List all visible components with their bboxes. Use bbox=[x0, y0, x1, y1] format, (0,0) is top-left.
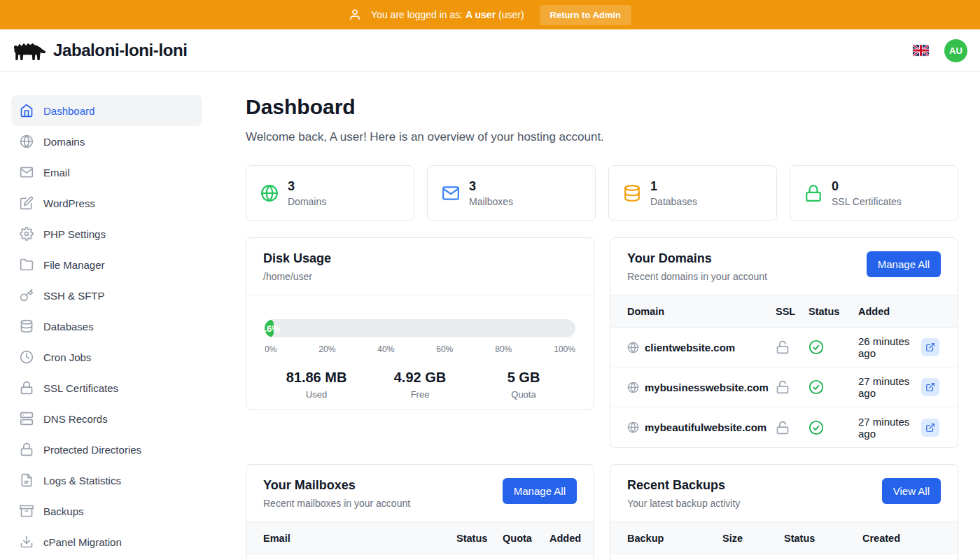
status-active-icon bbox=[808, 379, 858, 395]
disk-stat-quota: 5 GBQuota bbox=[472, 370, 575, 400]
scale-tick: 40% bbox=[377, 344, 394, 354]
archive-icon bbox=[20, 504, 34, 518]
server-icon bbox=[20, 412, 34, 426]
brand-name: Jabaloni-loni-loni bbox=[53, 41, 187, 60]
column-header-added: Added bbox=[550, 533, 581, 544]
domain-added: 27 minutes ago bbox=[858, 416, 921, 440]
status-active-icon bbox=[808, 420, 858, 435]
stat-value: 1 bbox=[650, 179, 697, 195]
page-title: Dashboard bbox=[246, 95, 958, 119]
stat-card-ssl-certificates: 0SSL Certificates bbox=[790, 165, 958, 221]
domains-table-header: DomainSSLStatusAdded bbox=[610, 295, 958, 328]
scale-tick: 100% bbox=[554, 344, 575, 354]
disk-stat-free: 4.92 GBFree bbox=[368, 370, 472, 400]
sidebar-item-file-manager[interactable]: File Manager bbox=[11, 249, 202, 280]
key-icon bbox=[20, 288, 34, 302]
open-domain-button[interactable] bbox=[921, 338, 939, 356]
your-mailboxes-card: Your Mailboxes Recent mailboxes in your … bbox=[246, 464, 594, 560]
column-header-status: Status bbox=[784, 533, 862, 544]
column-header-backup: Backup bbox=[627, 533, 722, 544]
column-header-size: Size bbox=[722, 533, 784, 544]
sidebar-item-cron-jobs[interactable]: Cron Jobs bbox=[11, 342, 202, 372]
manage-mailboxes-button[interactable]: Manage All bbox=[503, 478, 577, 504]
mailboxes-subtitle: Recent mailboxes in your account bbox=[263, 498, 410, 509]
scale-tick: 0% bbox=[265, 344, 276, 354]
sidebar-item-cpanel-migration[interactable]: cPanel Migration bbox=[11, 526, 202, 557]
cards-row-top: Disk Usage /home/user 1.6% 0%20%40%60%80… bbox=[246, 237, 958, 448]
disk-usage-bar: 1.6% bbox=[265, 319, 575, 337]
domain-name: clientwebsite.com bbox=[645, 342, 735, 354]
globe-icon bbox=[627, 382, 639, 393]
banner-role: (user) bbox=[498, 9, 524, 20]
sidebar-item-protected-directories[interactable]: Protected Directories bbox=[11, 434, 202, 465]
stat-label: SSL Certificates bbox=[832, 196, 902, 207]
sidebar-item-ssh-sftp[interactable]: SSH & SFTP bbox=[11, 280, 202, 311]
domains-title: Your Domains bbox=[627, 251, 767, 266]
globe-icon bbox=[627, 342, 639, 354]
return-to-admin-button[interactable]: Return to Admin bbox=[540, 5, 631, 25]
your-domains-card: Your Domains Recent domains in your acco… bbox=[610, 237, 958, 448]
domain-name: mybeautifulwebsite.com bbox=[645, 421, 766, 433]
sidebar-item-domains[interactable]: Domains bbox=[11, 126, 202, 157]
sidebar-item-logs-statistics[interactable]: Logs & Statistics bbox=[11, 465, 202, 496]
clock-icon bbox=[20, 350, 34, 364]
stats-row: 3Domains3Mailboxes1Databases0SSL Certifi… bbox=[246, 165, 958, 221]
user-avatar[interactable]: AU bbox=[944, 39, 967, 62]
domain-row: clientwebsite.com26 minutes ago bbox=[610, 328, 958, 368]
sidebar-item-dashboard[interactable]: Dashboard bbox=[11, 95, 202, 126]
user-icon bbox=[349, 8, 361, 21]
brand[interactable]: Jabaloni-loni-loni bbox=[11, 38, 187, 63]
stat-value: 0 bbox=[832, 179, 902, 195]
stat-card-domains: 3Domains bbox=[246, 165, 414, 221]
mail-icon bbox=[20, 165, 34, 179]
stat-card-databases: 1Databases bbox=[608, 165, 777, 221]
sidebar-item-backups[interactable]: Backups bbox=[11, 496, 202, 526]
stat-card-mailboxes: 3Mailboxes bbox=[427, 165, 596, 221]
database-icon bbox=[20, 319, 34, 333]
manage-domains-button[interactable]: Manage All bbox=[867, 251, 941, 277]
sidebar-item-dns-records[interactable]: DNS Records bbox=[11, 403, 202, 434]
scale-tick: 60% bbox=[436, 344, 453, 354]
open-domain-button[interactable] bbox=[921, 419, 939, 437]
header-actions: AU bbox=[913, 39, 969, 62]
cards-row-bottom: Your Mailboxes Recent mailboxes in your … bbox=[246, 464, 958, 560]
column-header-domain: Domain bbox=[627, 306, 776, 317]
home-icon bbox=[20, 104, 34, 118]
sidebar-item-ssl-certificates[interactable]: SSL Certificates bbox=[11, 372, 202, 403]
sidebar-item-php-settings[interactable]: PHP Settings bbox=[11, 218, 202, 249]
backups-table-body bbox=[610, 554, 958, 560]
sidebar-item-databases[interactable]: Databases bbox=[11, 311, 202, 342]
uk-flag-icon[interactable] bbox=[913, 45, 929, 56]
ssl-unlocked-icon bbox=[776, 340, 808, 354]
disk-stat-used: 81.86 MBUsed bbox=[265, 370, 368, 400]
ssl-unlocked-icon bbox=[776, 380, 808, 394]
app-header: Jabaloni-loni-loni AU bbox=[0, 29, 980, 72]
lock-icon bbox=[20, 381, 34, 395]
domains-subtitle: Recent domains in your account bbox=[627, 271, 767, 282]
disk-usage-percent: 1.6% bbox=[265, 323, 280, 334]
boar-logo-icon bbox=[11, 38, 46, 63]
status-active-icon bbox=[808, 340, 858, 355]
recent-backups-card: Recent Backups Your latest backup activi… bbox=[610, 464, 958, 560]
sidebar-item-email[interactable]: Email bbox=[11, 157, 202, 188]
sidebar-item-wordpress[interactable]: WordPress bbox=[11, 188, 202, 218]
sidebar-nav: DashboardDomainsEmailWordPressPHP Settin… bbox=[0, 72, 214, 560]
view-backups-button[interactable]: View All bbox=[882, 478, 941, 504]
mail-icon bbox=[442, 184, 460, 202]
lock-icon bbox=[804, 184, 822, 202]
backups-subtitle: Your latest backup activity bbox=[627, 498, 740, 509]
column-header-added: Added bbox=[858, 306, 921, 317]
banner-message: You are logged in as: A user (user) bbox=[371, 9, 524, 20]
globe-icon bbox=[260, 184, 279, 202]
globe-icon bbox=[627, 421, 639, 433]
database-icon bbox=[623, 184, 641, 202]
disk-usage-path: /home/user bbox=[263, 271, 331, 282]
backups-table-header: BackupSizeStatusCreated bbox=[610, 522, 958, 554]
stat-value: 3 bbox=[469, 179, 513, 195]
banner-username: A user bbox=[465, 9, 496, 20]
domain-name: mybusinesswebsite.com bbox=[645, 382, 769, 393]
open-domain-button[interactable] bbox=[921, 378, 939, 396]
impersonation-banner: You are logged in as: A user (user) Retu… bbox=[0, 0, 980, 29]
mailboxes-table-body bbox=[246, 554, 594, 560]
stat-label: Mailboxes bbox=[469, 196, 513, 207]
